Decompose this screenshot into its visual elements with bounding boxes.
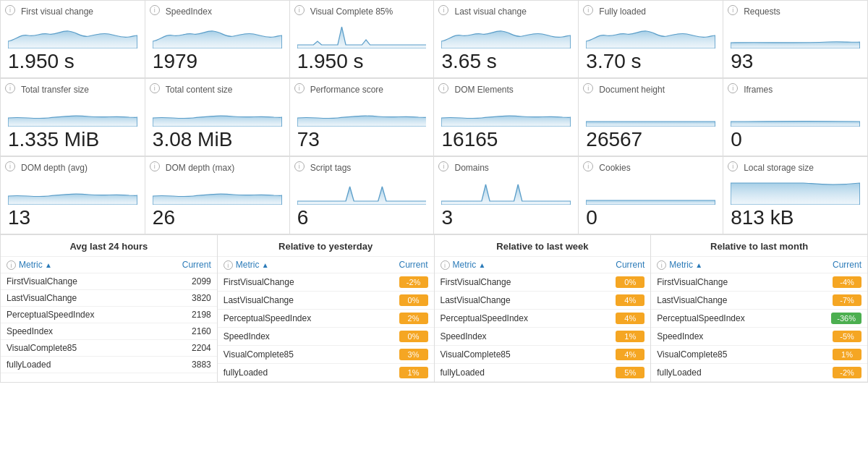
metric-card-5: i Local storage size 813 kB xyxy=(723,157,868,234)
table-header-row: iMetric ▲ Current xyxy=(651,257,867,273)
table-cell-badge-5: -2% xyxy=(804,364,867,382)
metric-chart xyxy=(153,176,282,205)
table-row: VisualComplete85 4% xyxy=(435,346,651,364)
info-icon[interactable]: i xyxy=(150,161,160,171)
metric-value: 93 xyxy=(731,50,860,73)
col-metric-header-2[interactable]: iMetric ▲ xyxy=(435,257,588,273)
badge-0: -4% xyxy=(833,276,861,288)
info-icon[interactable]: i xyxy=(294,161,305,171)
info-icon[interactable]: i xyxy=(5,83,15,93)
table-panel-title-3: Relative to last month xyxy=(651,235,867,257)
col-metric-header-3[interactable]: iMetric ▲ xyxy=(651,257,803,273)
tables-section: Avg last 24 hours iMetric ▲ Current Firs… xyxy=(0,234,868,383)
metric-title: DOM depth (avg) xyxy=(8,163,137,173)
info-icon[interactable]: i xyxy=(5,5,15,15)
metric-title: Last visual change xyxy=(441,7,571,17)
badge-4: 4% xyxy=(616,349,644,360)
info-icon-table[interactable]: i xyxy=(224,260,233,270)
metric-title: Visual Complete 85% xyxy=(297,7,427,17)
table-cell-value-4: 2204 xyxy=(154,340,217,357)
info-icon[interactable]: i xyxy=(5,161,15,171)
info-icon-table[interactable]: i xyxy=(441,260,450,270)
data-table-0: iMetric ▲ Current FirstVisualChange 2099… xyxy=(1,257,217,373)
table-cell-badge-0: -2% xyxy=(371,273,434,292)
col-metric-header-0[interactable]: iMetric ▲ xyxy=(1,257,154,273)
data-table-2: iMetric ▲ Current FirstVisualChange 0% L… xyxy=(435,257,651,382)
table-cell-badge-5: 5% xyxy=(588,364,651,382)
metric-chart xyxy=(586,176,715,205)
table-cell-badge-2: 2% xyxy=(371,310,434,328)
table-row: LastVisualChange 3820 xyxy=(1,290,217,307)
info-icon-table[interactable]: i xyxy=(657,260,666,270)
metric-card-2: i Script tags 6 xyxy=(290,157,435,234)
metric-title: Script tags xyxy=(297,163,427,173)
info-icon[interactable]: i xyxy=(294,5,305,15)
col-current-header-1[interactable]: Current xyxy=(371,257,434,273)
metric-card-5: i Iframes 0 xyxy=(723,79,868,156)
info-icon[interactable]: i xyxy=(294,83,305,93)
col-metric-header-1[interactable]: iMetric ▲ xyxy=(218,257,371,273)
badge-3: -5% xyxy=(833,331,861,342)
table-cell-value-1: 3820 xyxy=(154,290,217,307)
metric-card-1: i Total content size 3.08 MiB xyxy=(145,79,290,156)
badge-5: 5% xyxy=(616,367,644,378)
metric-chart xyxy=(297,20,427,48)
table-cell-metric-1: LastVisualChange xyxy=(1,290,154,307)
metric-value: 73 xyxy=(297,128,427,151)
table-cell-badge-2: 4% xyxy=(588,310,651,328)
table-cell-metric-0: FirstVisualChange xyxy=(218,273,371,292)
metric-chart xyxy=(586,98,715,127)
col-current-header-3[interactable]: Current xyxy=(804,257,867,273)
table-header-row: iMetric ▲ Current xyxy=(1,257,217,273)
info-icon-table[interactable]: i xyxy=(7,260,16,270)
metric-title: Iframes xyxy=(731,85,860,95)
table-panel-2: Relative to last week iMetric ▲ Current … xyxy=(435,235,652,383)
table-cell-metric-0: FirstVisualChange xyxy=(651,273,803,292)
badge-1: 0% xyxy=(399,294,428,306)
metric-chart xyxy=(297,98,427,127)
metric-card-3: i DOM Elements 16165 xyxy=(434,79,579,156)
metric-title: DOM Elements xyxy=(441,85,571,95)
metric-title: Local storage size xyxy=(731,163,860,173)
badge-1: 4% xyxy=(616,294,644,306)
data-table-3: iMetric ▲ Current FirstVisualChange -4% … xyxy=(651,257,867,382)
metric-chart xyxy=(731,98,860,127)
table-cell-metric-1: LastVisualChange xyxy=(435,292,588,310)
metric-title: First visual change xyxy=(8,7,137,17)
table-cell-value-5: 3883 xyxy=(154,357,217,373)
table-cell-badge-1: 4% xyxy=(588,292,651,310)
table-cell-badge-1: 0% xyxy=(371,292,434,310)
metric-title: Requests xyxy=(731,7,860,17)
table-panel-title-1: Relative to yesterday xyxy=(218,235,434,257)
table-cell-badge-3: 1% xyxy=(588,328,651,346)
table-cell-metric-5: fullyLoaded xyxy=(1,357,154,373)
metric-chart xyxy=(8,20,137,48)
table-cell-value-3: 2160 xyxy=(154,323,217,340)
metric-value: 1.950 s xyxy=(8,50,137,73)
metrics-row-2: i Total transfer size 1.335 MiB i Total … xyxy=(0,78,868,156)
table-cell-metric-5: fullyLoaded xyxy=(651,364,803,382)
table-cell-metric-3: SpeedIndex xyxy=(1,323,154,340)
col-current-header-2[interactable]: Current xyxy=(588,257,651,273)
table-panel-0: Avg last 24 hours iMetric ▲ Current Firs… xyxy=(1,235,218,383)
table-panel-1: Relative to yesterday iMetric ▲ Current … xyxy=(218,235,435,383)
metric-value: 1979 xyxy=(153,50,282,73)
metric-value: 26 xyxy=(153,206,282,229)
metric-value: 13 xyxy=(8,206,137,229)
table-cell-metric-3: SpeedIndex xyxy=(651,328,803,346)
col-current-header-0[interactable]: Current xyxy=(154,257,217,273)
metric-chart xyxy=(441,20,571,48)
metric-title: Fully loaded xyxy=(586,7,715,17)
table-cell-metric-2: PerceptualSpeedIndex xyxy=(218,310,371,328)
table-cell-metric-5: fullyLoaded xyxy=(435,364,588,382)
table-cell-metric-2: PerceptualSpeedIndex xyxy=(1,307,154,323)
table-panel-title-2: Relative to last week xyxy=(435,235,651,257)
metric-card-2: i Visual Complete 85% 1.950 s xyxy=(290,1,435,78)
metric-title: Total content size xyxy=(153,85,282,95)
metric-value: 3 xyxy=(441,206,571,229)
info-icon[interactable]: i xyxy=(150,5,160,15)
metric-card-1: i DOM depth (max) 26 xyxy=(145,157,290,234)
metric-value: 26567 xyxy=(586,128,715,151)
sort-arrow: ▲ xyxy=(262,261,269,269)
info-icon[interactable]: i xyxy=(150,83,160,93)
